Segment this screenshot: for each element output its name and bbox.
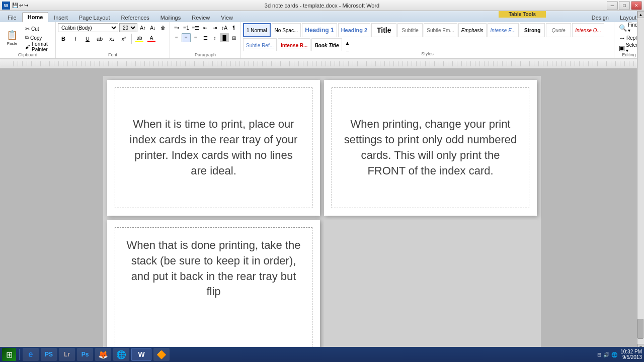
taskbar-ps[interactable]: PS <box>41 348 57 361</box>
increase-indent-button[interactable]: ⇥ <box>210 23 219 32</box>
taskbar-ff[interactable]: 🦊 <box>95 348 111 361</box>
underline-button[interactable]: U <box>82 33 93 44</box>
taskbar-vlc[interactable]: 🔶 <box>153 348 170 361</box>
tab-mailings[interactable]: Mailings <box>155 12 186 22</box>
title-bar-title: 3d note cards - template.docx - Microsof… <box>265 3 379 9</box>
paragraph-group: ≡• ≡1 ≡☰ ⇤ ⇥ ↕A ¶ ≡ ≡ ≡ ☰ ↕ █ ⊞ <box>170 22 241 58</box>
close-button[interactable]: ✕ <box>631 1 642 10</box>
ribbon-container: Table Tools File Home Insert Page Layout… <box>0 11 644 59</box>
styles-group: 1 Normal No Spac... Heading 1 Heading 2 … <box>241 22 614 58</box>
paragraph-label: Paragraph <box>172 52 238 57</box>
copy-button[interactable]: ⧉Copy <box>23 34 53 42</box>
style-title[interactable]: Title <box>371 23 396 37</box>
style-subtitle[interactable]: Subtitle <box>397 23 423 37</box>
bullets-button[interactable]: ≡• <box>172 23 181 32</box>
style-subtleemph[interactable]: Subtle Em... <box>424 23 457 37</box>
minimize-button[interactable]: ─ <box>607 1 618 10</box>
styles-scroll-down[interactable]: ▼ <box>343 47 352 51</box>
vscroll-thumb[interactable] <box>637 319 643 339</box>
tab-pagelayout[interactable]: Page Layout <box>73 12 116 22</box>
paste-button[interactable]: 📋 Paste <box>2 25 22 51</box>
font-color-button[interactable]: A <box>146 33 157 44</box>
tab-view[interactable]: View <box>215 12 238 22</box>
document-area: When it is time to print, place our inde… <box>0 68 644 355</box>
decrease-indent-button[interactable]: ⇤ <box>201 23 210 32</box>
style-intenser[interactable]: Intense R... <box>278 38 310 51</box>
taskbar-word[interactable]: W <box>131 348 151 361</box>
card-3-inner[interactable]: When that is done printing, take the sta… <box>115 227 312 348</box>
superscript-button[interactable]: x² <box>118 33 129 44</box>
style-heading1[interactable]: Heading 1 <box>302 23 337 37</box>
italic-button[interactable]: I <box>70 33 81 44</box>
clock[interactable]: 10:32 PM 9/5/2013 <box>620 349 642 360</box>
tray-icon-1[interactable]: ⊟ <box>597 352 601 357</box>
redo-icon[interactable]: ↪ <box>24 3 28 8</box>
tab-file[interactable]: File <box>2 12 22 22</box>
taskbar: ⊞ e PS Lr Ps 🦊 🌐 W 🔶 ⊟ 🔊 🌐 10:32 PM 9/5/… <box>0 347 644 362</box>
sort-button[interactable]: ↕A <box>220 23 229 32</box>
taskbar-ie[interactable]: e <box>23 348 39 361</box>
title-bar: W 💾 ↩ ↪ 3d note cards - template.docx - … <box>0 0 644 11</box>
style-intensee[interactable]: Intense E... <box>488 23 519 37</box>
strikethrough-button[interactable]: ab <box>94 33 105 44</box>
style-booktitle[interactable]: Book Title <box>311 38 342 51</box>
style-heading2[interactable]: Heading 2 <box>338 23 371 37</box>
card-2-outer: When printing, change your print setting… <box>324 80 537 216</box>
style-strong[interactable]: Strong <box>520 23 545 37</box>
format-painter-button[interactable]: 🖌Format Painter <box>23 43 53 51</box>
style-quote[interactable]: Quote <box>546 23 571 37</box>
tab-insert[interactable]: Insert <box>48 12 73 22</box>
taskbar-chrome[interactable]: 🌐 <box>113 348 129 361</box>
grow-font-button[interactable]: A↑ <box>138 23 147 32</box>
tray-icon-2[interactable]: 🔊 <box>603 352 609 357</box>
multilevel-list-button[interactable]: ≡☰ <box>191 23 200 32</box>
line-spacing-button[interactable]: ↕ <box>210 33 219 42</box>
style-emphasis[interactable]: Emphasis <box>458 23 487 37</box>
ruler <box>0 59 644 68</box>
undo-icon[interactable]: ↩ <box>19 3 23 8</box>
maximize-button[interactable]: □ <box>619 1 630 10</box>
bold-button[interactable]: B <box>58 33 69 44</box>
align-center-button[interactable]: ≡ <box>182 33 191 42</box>
cut-button[interactable]: ✂Cut <box>23 25 53 33</box>
align-right-button[interactable]: ≡ <box>191 33 200 42</box>
vscrollbar[interactable]: ▲ ▼ <box>637 68 644 351</box>
tab-design[interactable]: Design <box>586 12 614 22</box>
show-formatting-button[interactable]: ¶ <box>229 23 238 32</box>
style-normal[interactable]: 1 Normal <box>243 23 271 37</box>
numbering-button[interactable]: ≡1 <box>182 23 191 32</box>
card-2-text: When printing, change your print setting… <box>342 117 519 178</box>
system-tray: ⊟ 🔊 🌐 <box>597 352 617 357</box>
clipboard-label: Clipboard <box>18 52 38 57</box>
taskbar-lr[interactable]: Lr <box>59 348 75 361</box>
borders-button[interactable]: ⊞ <box>229 33 238 42</box>
text-highlight-button[interactable]: ab <box>134 33 145 44</box>
clear-format-button[interactable]: 🗑 <box>158 23 168 32</box>
card-2-inner[interactable]: When printing, change your print setting… <box>332 87 529 208</box>
style-intenseq[interactable]: Intense Q... <box>572 23 604 37</box>
style-nospace[interactable]: No Spac... <box>272 23 301 37</box>
card-4-outer <box>324 220 537 355</box>
start-button[interactable]: ⊞ <box>2 348 16 361</box>
styles-scroll-up[interactable]: ▲ <box>343 38 352 47</box>
tab-home[interactable]: Home <box>22 12 49 22</box>
card-3-text: When that is done printing, take the sta… <box>125 238 302 300</box>
font-size-select[interactable]: 20 <box>119 23 137 32</box>
taskbar-ps2[interactable]: Ps <box>77 348 93 361</box>
style-subtleref[interactable]: Subtle Ref... <box>243 38 277 51</box>
tray-icon-3[interactable]: 🌐 <box>611 352 617 357</box>
justify-button[interactable]: ☰ <box>201 33 210 42</box>
font-name-select[interactable]: Calibri (Body) <box>58 23 118 32</box>
align-left-button[interactable]: ≡ <box>172 33 181 42</box>
table-tools-label: Table Tools <box>499 11 546 18</box>
subscript-button[interactable]: x₂ <box>106 33 117 44</box>
tab-review[interactable]: Review <box>186 12 215 22</box>
save-icon[interactable]: 💾 <box>12 3 18 8</box>
card-1-inner[interactable]: When it is time to print, place our inde… <box>115 87 312 208</box>
shrink-font-button[interactable]: A↓ <box>148 23 157 32</box>
word-icon: W <box>2 2 10 10</box>
card-3-outer: When that is done printing, take the sta… <box>107 220 320 355</box>
document-page: When it is time to print, place our inde… <box>103 76 541 355</box>
tab-references[interactable]: References <box>116 12 155 22</box>
shading-button[interactable]: █ <box>220 33 229 42</box>
